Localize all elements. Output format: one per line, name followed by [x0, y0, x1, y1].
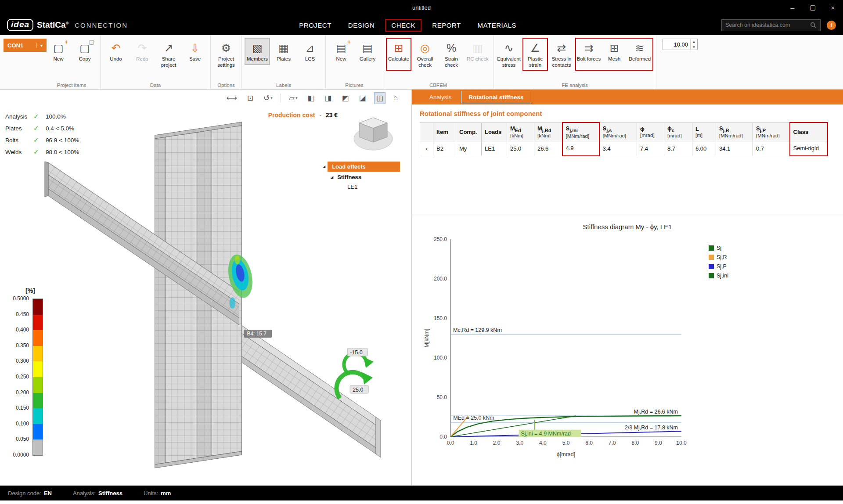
maximize-button[interactable]: ▢ — [803, 0, 823, 15]
spinner-up-icon[interactable]: ▲ — [691, 39, 697, 44]
row-expander[interactable]: › — [420, 141, 433, 156]
status-bar: Design code:ENAnalysis:StiffnessUnits:mm — [0, 486, 843, 500]
spinner-arrows: ▲ ▼ — [690, 39, 697, 50]
table-row: ›B2MyLE125.026.64.93.47.48.76.0034.10.7S… — [420, 141, 828, 156]
ribbon-button-label: Project settings — [215, 56, 238, 68]
x-tick-label: 8.0 — [631, 440, 639, 446]
home-view-icon[interactable]: ⌂ — [391, 92, 400, 104]
navigation-cube[interactable] — [349, 112, 397, 155]
model-canvas[interactable]: B4: 15.7 -15.0 25.0 Analysis✓100.0%Plate… — [0, 106, 411, 486]
calculate-icon: ⊞ — [394, 40, 403, 55]
ribbon-button-save[interactable]: ⇩Save — [182, 38, 208, 71]
ribbon-button-project-settings[interactable]: ⚙Project settings — [213, 38, 239, 71]
ribbon-button-calculate[interactable]: ⊞Calculate — [386, 38, 411, 71]
ribbon-button-overall-check[interactable]: ◎Overall check — [412, 38, 438, 71]
ribbon-button-plates[interactable]: ▦Plates — [271, 38, 296, 65]
column-header-class: Class — [790, 122, 828, 141]
menu-project[interactable]: PROJECT — [293, 19, 338, 32]
ribbon-button-undo[interactable]: ↶Undo — [103, 38, 129, 71]
idea-logo-mark: idea — [7, 19, 33, 31]
measure-icon[interactable]: ⟷ — [224, 92, 239, 104]
view-side-icon[interactable]: ◩ — [340, 92, 351, 104]
tree-item-load-effects[interactable]: ◢Load effects — [323, 162, 400, 172]
ribbon-button-plastic-strain[interactable]: ∠Plastic strain — [522, 38, 548, 71]
ribbon-group-label: Data — [103, 81, 208, 89]
ribbon-button-label: Mesh — [608, 56, 620, 62]
plates-icon: ▦ — [278, 40, 289, 55]
search-input[interactable] — [725, 22, 807, 28]
moment-arrow-top-head — [364, 357, 374, 368]
stiffness-table: ItemComp.LoadsMEd[kNm]Mj,Rd[kNm]Sj,ini[M… — [420, 122, 828, 156]
minimize-button[interactable]: – — [782, 0, 803, 15]
tab-analysis[interactable]: Analysis — [422, 90, 458, 104]
legend-label: Sj — [717, 245, 721, 251]
bolt-forces-icon: ⇉ — [584, 40, 594, 55]
fit-view-icon[interactable]: ⊡ — [245, 92, 256, 104]
connection-item-selector[interactable]: CON1 ▾ — [4, 39, 47, 52]
table-cell: 4.9 — [562, 141, 599, 156]
table-cell: 25.0 — [507, 141, 534, 156]
ribbon-group-label: Options — [213, 81, 239, 89]
ribbon-button-label: Overall check — [414, 56, 436, 68]
ribbon-button-members[interactable]: ▧Members — [245, 38, 270, 65]
view-top-icon[interactable]: ◪ — [357, 92, 368, 104]
check-summary: Analysis✓100.0%Plates✓0.4 < 5.0%Bolts✓96… — [5, 112, 79, 156]
column-header-m-ed: MEd[kNm] — [507, 122, 534, 141]
rotate-view-icon[interactable]: ↺▾ — [261, 92, 275, 104]
tree-item-stiffness[interactable]: ◢Stiffness — [331, 173, 400, 181]
menu-design[interactable]: DESIGN — [342, 19, 381, 32]
ribbon-button-bolt-forces[interactable]: ⇉Bolt forces — [576, 39, 602, 70]
ribbon-button-label: Bolt forces — [577, 56, 601, 62]
x-tick-label: 0.0 — [447, 440, 454, 446]
shading-icon[interactable]: ◫ — [374, 92, 385, 104]
ribbon-button-stress-in-contacts[interactable]: ⇄Stress in contacts — [549, 38, 574, 71]
ribbon-button-new[interactable]: ▤+New — [328, 38, 354, 65]
project-settings-gear-icon: ⚙ — [221, 40, 231, 55]
view-front-icon[interactable]: ◨ — [322, 92, 334, 104]
search-box[interactable] — [721, 19, 821, 31]
scale-spinner[interactable]: ▲ ▼ — [663, 39, 698, 50]
status-value: Stiffness — [98, 490, 122, 497]
ribbon-button-mesh[interactable]: ⊞Mesh — [602, 39, 627, 70]
ribbon-button-copy[interactable]: ▢▢Copy — [72, 38, 97, 65]
status-value: EN — [44, 490, 52, 497]
ribbon-button-label: New — [53, 56, 63, 62]
menu-report[interactable]: REPORT — [426, 19, 467, 32]
ribbon-button-equivalent-stress[interactable]: ∿Equivalent stress — [496, 38, 522, 71]
ribbon-button-deformed[interactable]: ≋Deformed — [627, 39, 652, 70]
ribbon-button-lcs[interactable]: ⊿LCS — [297, 38, 323, 65]
color-scale-segment — [33, 315, 43, 331]
spinner-down-icon[interactable]: ▼ — [691, 44, 697, 50]
menu-materials[interactable]: MATERIALS — [472, 19, 522, 32]
clip-plane-icon[interactable]: ▱▾ — [287, 92, 300, 104]
ribbon-button-gallery[interactable]: ▤Gallery — [355, 38, 380, 65]
section-heading: Rotational stiffness of joint component — [420, 110, 835, 117]
tree-item-le1[interactable]: LE1 — [346, 183, 400, 191]
check-label: Plates — [5, 125, 33, 132]
info-icon[interactable]: i — [827, 21, 836, 30]
app-window: untitled – ▢ × idea StatiCa® CONNECTION … — [0, 0, 843, 504]
chevron-down-icon: ▾ — [36, 43, 43, 48]
column-unit: [kNm] — [510, 133, 531, 138]
x-tick-label: 9.0 — [655, 440, 662, 446]
check-row-bolts: Bolts✓96.9 < 100% — [5, 136, 79, 144]
scale-spinner-input[interactable] — [663, 39, 690, 50]
view-iso-icon[interactable]: ◧ — [305, 92, 317, 104]
tree-item-label: LE1 — [346, 183, 359, 191]
ref-line-label: 2/3 Mj,Rd = 17.8 kNm — [625, 425, 678, 431]
ribbon-button-new[interactable]: ▢+New — [46, 38, 71, 65]
ribbon-button-strain-check[interactable]: %Strain check — [439, 38, 464, 71]
production-cost-label: Production cost — [268, 112, 315, 119]
tab-rotational-stiffness[interactable]: Rotational stiffness — [461, 91, 531, 103]
connection-item-label: CON1 — [7, 42, 23, 49]
menu-check[interactable]: CHECK — [385, 19, 422, 32]
y-tick-label: 50.0 — [437, 394, 447, 400]
chevron-down-icon: ▾ — [270, 96, 273, 100]
ribbon-button-share-project[interactable]: ↗Share project — [156, 38, 181, 71]
color-scale-segment — [33, 377, 43, 393]
ribbon-button-label: RC check — [467, 56, 489, 62]
ribbon-button-label: Stress in contacts — [550, 56, 573, 68]
search-icon[interactable] — [810, 22, 817, 29]
check-label: Welds — [5, 149, 33, 155]
close-button[interactable]: × — [823, 0, 843, 15]
